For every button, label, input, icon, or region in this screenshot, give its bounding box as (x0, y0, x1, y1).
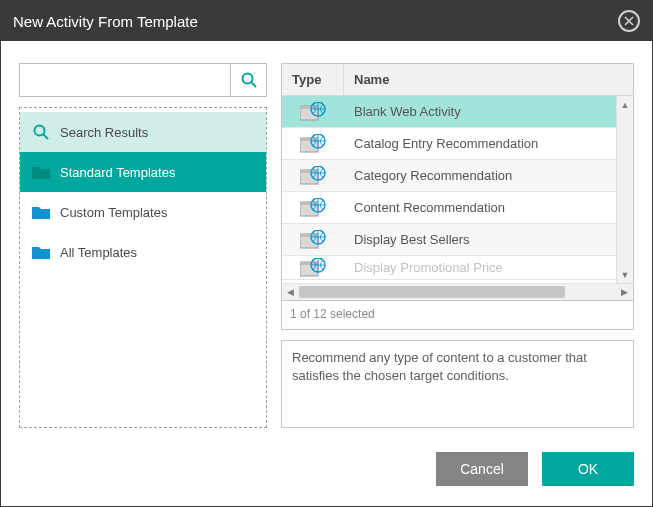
scroll-track (299, 284, 616, 300)
search-bar (19, 63, 267, 97)
sidebar-item-search-results[interactable]: Search Results (20, 112, 266, 152)
ok-button[interactable]: OK (542, 452, 634, 486)
column-header-name[interactable]: Name (344, 64, 633, 95)
web-template-icon (300, 166, 326, 186)
dialog-content: Search Results Standard Templates Custom… (1, 41, 652, 438)
scroll-up-icon: ▲ (617, 96, 633, 113)
scroll-thumb (299, 286, 565, 298)
web-template-icon (300, 198, 326, 218)
row-name-cell: Content Recommendation (344, 200, 616, 215)
cancel-button[interactable]: Cancel (436, 452, 528, 486)
folder-icon (32, 165, 50, 179)
scroll-left-icon: ◀ (282, 284, 299, 300)
selection-status: 1 of 12 selected (281, 301, 634, 330)
search-icon (240, 71, 258, 89)
svg-line-3 (44, 135, 49, 140)
template-description: Recommend any type of content to a custo… (281, 340, 634, 428)
table-row[interactable]: Category Recommendation (282, 160, 616, 192)
search-button[interactable] (230, 64, 266, 96)
table-row[interactable]: Display Best Sellers (282, 224, 616, 256)
right-pane: Type Name Blank Web Activity (281, 63, 634, 428)
close-button[interactable] (618, 10, 640, 32)
table-row[interactable]: Display Promotional Price (282, 256, 616, 280)
dialog-title: New Activity From Template (13, 13, 198, 30)
web-template-icon (300, 134, 326, 154)
table-row[interactable]: Catalog Entry Recommendation (282, 128, 616, 160)
table-header: Type Name (282, 64, 633, 96)
sidebar-item-all-templates[interactable]: All Templates (20, 232, 266, 272)
scroll-down-icon: ▼ (617, 266, 633, 283)
sidebar-item-label: All Templates (60, 245, 137, 260)
table-row[interactable]: Content Recommendation (282, 192, 616, 224)
scroll-track (617, 113, 633, 266)
new-activity-dialog: New Activity From Template Search Result… (0, 0, 653, 507)
web-template-icon (300, 230, 326, 250)
sidebar-item-custom-templates[interactable]: Custom Templates (20, 192, 266, 232)
scroll-right-icon: ▶ (616, 284, 633, 300)
search-input[interactable] (20, 64, 230, 96)
template-table: Type Name Blank Web Activity (281, 63, 634, 301)
folder-icon (32, 205, 50, 219)
row-name-cell: Catalog Entry Recommendation (344, 136, 616, 151)
horizontal-scrollbar[interactable]: ◀ ▶ (282, 283, 633, 300)
table-row[interactable]: Blank Web Activity (282, 96, 616, 128)
table-body: Blank Web Activity Catalog Entry Recomme… (282, 96, 616, 283)
folder-icon (32, 245, 50, 259)
search-icon (32, 123, 50, 141)
vertical-scrollbar[interactable]: ▲ ▼ (616, 96, 633, 283)
left-pane: Search Results Standard Templates Custom… (19, 63, 267, 428)
row-type-cell (282, 198, 344, 218)
sidebar-item-label: Custom Templates (60, 205, 167, 220)
sidebar-item-label: Search Results (60, 125, 148, 140)
table-body-wrap: Blank Web Activity Catalog Entry Recomme… (282, 96, 633, 283)
title-bar: New Activity From Template (1, 1, 652, 41)
row-type-cell (282, 230, 344, 250)
sidebar-item-label: Standard Templates (60, 165, 175, 180)
row-name-cell: Blank Web Activity (344, 104, 616, 119)
dialog-buttons: Cancel OK (1, 438, 652, 506)
web-template-icon (300, 102, 326, 122)
row-type-cell (282, 258, 344, 278)
svg-point-0 (242, 74, 252, 84)
row-name-cell: Display Promotional Price (344, 260, 616, 275)
row-type-cell (282, 102, 344, 122)
category-list: Search Results Standard Templates Custom… (19, 107, 267, 428)
svg-line-1 (251, 83, 256, 88)
web-template-icon (300, 258, 326, 278)
row-type-cell (282, 166, 344, 186)
sidebar-item-standard-templates[interactable]: Standard Templates (20, 152, 266, 192)
svg-point-2 (35, 126, 45, 136)
row-type-cell (282, 134, 344, 154)
row-name-cell: Display Best Sellers (344, 232, 616, 247)
column-header-type[interactable]: Type (282, 64, 344, 95)
close-icon (624, 16, 634, 26)
row-name-cell: Category Recommendation (344, 168, 616, 183)
